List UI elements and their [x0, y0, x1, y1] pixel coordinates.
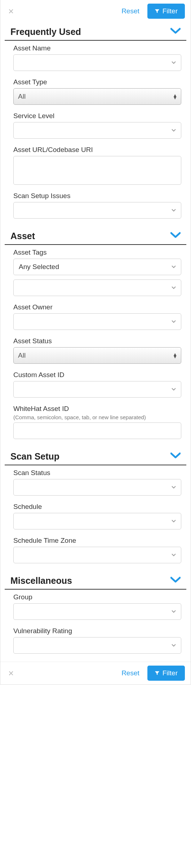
- custom-asset-id-select[interactable]: [13, 381, 181, 398]
- caret-down-icon: [172, 388, 176, 391]
- updown-icon: ▲▼: [173, 94, 177, 99]
- caret-down-icon: [172, 61, 176, 64]
- section-title: Asset: [10, 231, 170, 241]
- label-service-level: Service Level: [13, 112, 181, 120]
- asset-type-value: All: [18, 93, 26, 100]
- scan-status-select[interactable]: [13, 479, 181, 496]
- updown-icon: ▲▼: [173, 353, 177, 358]
- caret-down-icon: [172, 486, 176, 489]
- section-header-miscellaneous[interactable]: Miscellaneous: [5, 573, 186, 590]
- service-level-select[interactable]: [13, 122, 181, 139]
- vuln-rating-select[interactable]: [13, 637, 181, 654]
- filter-button-label: Filter: [163, 669, 178, 677]
- scan-setup-issues-select[interactable]: [13, 202, 181, 219]
- caret-down-icon: [172, 209, 176, 212]
- group-select[interactable]: [13, 603, 181, 620]
- funnel-icon: [155, 671, 160, 676]
- chevron-down-icon: [170, 232, 181, 241]
- caret-down-icon: [172, 286, 176, 289]
- label-asset-status: Asset Status: [13, 337, 181, 345]
- label-asset-type: Asset Type: [13, 78, 181, 86]
- chevron-down-icon: [170, 576, 181, 585]
- chevron-down-icon: [170, 27, 181, 36]
- hint-whitehat-asset-id: (Comma, semicolon, space, tab, or new li…: [13, 414, 181, 420]
- section-body-asset: Asset Tags Any Selected Asset Owner Asse…: [0, 245, 191, 447]
- whitehat-asset-id-input[interactable]: [13, 422, 181, 439]
- reset-button[interactable]: Reset: [119, 5, 142, 17]
- label-vuln-rating: Vulnerability Rating: [13, 627, 181, 635]
- asset-owner-select[interactable]: [13, 313, 181, 330]
- filter-button[interactable]: Filter: [147, 4, 185, 19]
- label-asset-url: Asset URL/Codebase URI: [13, 146, 181, 154]
- asset-tags-mode-select[interactable]: Any Selected: [13, 259, 181, 275]
- asset-tags-mode-value: Any Selected: [19, 263, 59, 271]
- filter-button-label: Filter: [163, 7, 178, 15]
- toolbar-bottom: × Reset Filter: [0, 662, 191, 684]
- asset-tags-select[interactable]: [13, 279, 181, 296]
- toolbar-top: × Reset Filter: [0, 0, 191, 22]
- section-title: Scan Setup: [10, 451, 170, 462]
- label-scan-setup-issues: Scan Setup Issues: [13, 192, 181, 200]
- caret-down-icon: [172, 320, 176, 323]
- section-header-frequently-used[interactable]: Frequently Used: [5, 24, 186, 41]
- caret-down-icon: [172, 129, 176, 132]
- section-body-miscellaneous: Group Vulnerability Rating: [0, 590, 191, 662]
- schedule-tz-select[interactable]: [13, 547, 181, 563]
- asset-status-select[interactable]: All ▲▼: [13, 347, 181, 364]
- caret-down-icon: [172, 610, 176, 613]
- asset-name-select[interactable]: [13, 54, 181, 71]
- label-whitehat-asset-id: WhiteHat Asset ID: [13, 405, 181, 413]
- reset-button[interactable]: Reset: [119, 667, 142, 679]
- label-scan-status: Scan Status: [13, 469, 181, 477]
- caret-down-icon: [172, 644, 176, 647]
- label-asset-name: Asset Name: [13, 44, 181, 52]
- section-body-scan-setup: Scan Status Schedule Schedule Time Zone: [0, 465, 191, 571]
- label-asset-owner: Asset Owner: [13, 303, 181, 311]
- filter-panel: × Reset Filter Frequently Used Asset Nam…: [0, 0, 191, 685]
- label-schedule: Schedule: [13, 503, 181, 511]
- caret-down-icon: [172, 520, 176, 523]
- funnel-icon: [155, 9, 160, 14]
- asset-status-value: All: [18, 352, 26, 359]
- caret-down-icon: [172, 554, 176, 556]
- label-group: Group: [13, 593, 181, 601]
- label-schedule-tz: Schedule Time Zone: [13, 537, 181, 545]
- chevron-down-icon: [170, 452, 181, 461]
- close-icon[interactable]: ×: [6, 668, 16, 678]
- asset-type-select[interactable]: All ▲▼: [13, 88, 181, 105]
- asset-url-textarea[interactable]: [13, 156, 181, 185]
- section-header-scan-setup[interactable]: Scan Setup: [5, 448, 186, 465]
- close-icon[interactable]: ×: [6, 6, 16, 16]
- section-title: Frequently Used: [10, 27, 170, 37]
- label-asset-tags: Asset Tags: [13, 249, 181, 256]
- section-title: Miscellaneous: [10, 576, 170, 586]
- caret-down-icon: [172, 265, 176, 268]
- filter-button[interactable]: Filter: [147, 666, 185, 681]
- section-header-asset[interactable]: Asset: [5, 228, 186, 245]
- label-custom-asset-id: Custom Asset ID: [13, 371, 181, 379]
- schedule-select[interactable]: [13, 513, 181, 529]
- section-body-frequently-used: Asset Name Asset Type All ▲▼ Service Lev…: [0, 41, 191, 227]
